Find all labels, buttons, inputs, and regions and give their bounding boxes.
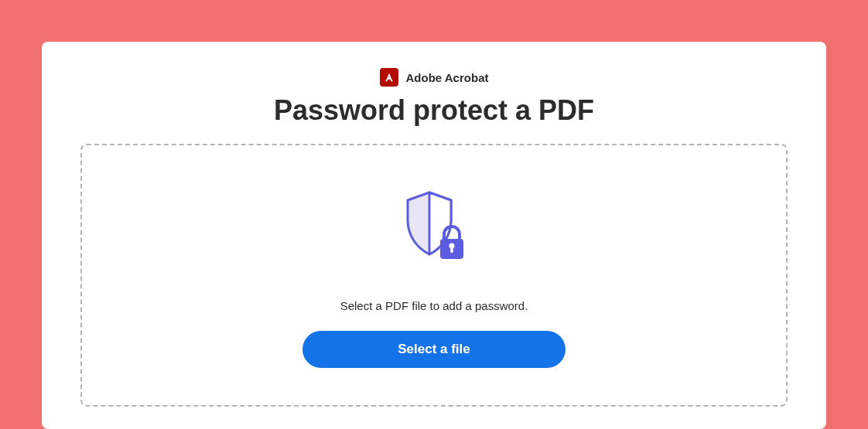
file-dropzone[interactable]: Select a PDF file to add a password. Sel… xyxy=(80,144,788,407)
tool-card: Adobe Acrobat Password protect a PDF Sel… xyxy=(42,42,826,429)
shield-lock-icon xyxy=(395,188,473,268)
brand-row: Adobe Acrobat xyxy=(80,68,788,87)
select-file-button[interactable]: Select a file xyxy=(302,331,566,368)
dropzone-instruction: Select a PDF file to add a password. xyxy=(340,299,528,312)
page-title: Password protect a PDF xyxy=(80,94,788,127)
brand-label: Adobe Acrobat xyxy=(406,71,489,84)
adobe-acrobat-icon xyxy=(380,68,398,87)
svg-rect-2 xyxy=(450,247,453,253)
